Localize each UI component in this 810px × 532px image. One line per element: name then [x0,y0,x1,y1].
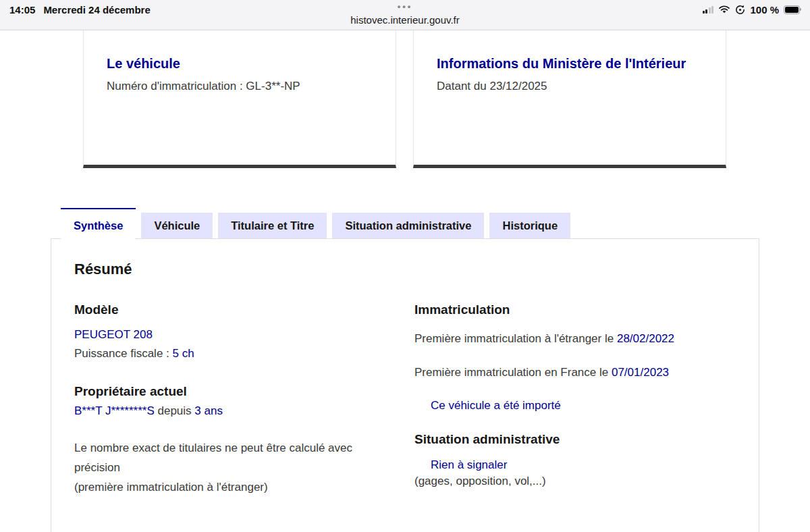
status-bar: 14:05 Mercredi 24 décembre ••• histovec.… [0,0,810,30]
vehicle-card-registration-number: Numéro d'immatriculation : GL-3**-NP [107,78,373,95]
owner-since-label: depuis [155,404,195,417]
vehicle-card: Le véhicule Numéro d'immatriculation : G… [83,30,396,168]
summary-left-column: Modèle PEUGEOT 208 Puissance fiscale : 5… [74,302,386,497]
model-name: PEUGEOT 208 [74,328,386,342]
administrative-situation-heading: Situation administrative [414,432,742,447]
owner-count-note-line1: Le nombre exact de titulaires ne peut êt… [74,438,386,477]
tab-historique[interactable]: Historique [489,213,570,238]
cellular-signal-icon [703,6,714,14]
registration-heading: Immatriculation [414,302,742,317]
rotation-lock-icon [735,5,745,15]
tab-vehicule[interactable]: Véhicule [141,213,213,238]
first-registration-france-line: Première immatriculation en France le 07… [414,364,742,381]
battery-percent-label: 100 % [750,4,779,16]
administrative-situation-note: (gages, opposition, vol,...) [414,473,742,490]
ministry-info-card-title: Informations du Ministère de l'Intérieur [437,53,703,74]
fiscal-power-value: 5 ch [173,347,194,360]
report-tabs: Synthèse Véhicule Titulaire et Titre Sit… [61,208,570,242]
fiscal-power-line: Puissance fiscale : 5 ch [74,345,386,363]
tab-overview-button[interactable]: ••• [0,3,810,11]
owner-since-value: 3 ans [194,404,223,417]
current-owner-heading: Propriétaire actuel [74,384,386,399]
current-owner-line: B***T J********S depuis 3 ans [74,402,386,420]
owner-masked-name: B***T J********S [74,404,155,417]
vehicle-imported-status: Ce véhicule a été importé [414,399,742,413]
fiscal-power-label: Puissance fiscale : [74,347,173,360]
first-registration-foreign-line: Première immatriculation à l'étranger le… [414,330,742,348]
model-heading: Modèle [74,302,386,317]
first-registration-france-date: 07/01/2023 [612,366,669,379]
summary-right-column: Immatriculation Première immatriculation… [414,302,742,490]
first-registration-foreign-label: Première immatriculation à l'étranger le [414,332,617,345]
synthese-panel: Résumé Modèle PEUGEOT 208 Puissance fisc… [51,238,759,532]
address-bar[interactable]: histovec.interieur.gouv.fr [0,14,810,26]
vehicle-card-title: Le véhicule [107,53,373,74]
administrative-situation-status: Rien à signaler [414,458,742,472]
wifi-icon [718,5,730,14]
ministry-info-card-date: Datant du 23/12/2025 [437,78,703,95]
tab-situation-administrative[interactable]: Situation administrative [332,213,484,238]
tab-synthese[interactable]: Synthèse [61,208,136,242]
owner-count-note-line2: (première immatriculation à l'étranger) [74,477,386,497]
tab-titulaire-et-titre[interactable]: Titulaire et Titre [218,213,327,238]
summary-heading: Résumé [74,261,132,278]
ministry-info-card: Informations du Ministère de l'Intérieur… [413,30,726,168]
owner-count-note: Le nombre exact de titulaires ne peut êt… [74,438,386,497]
first-registration-france-label: Première immatriculation en France le [414,366,612,379]
first-registration-foreign-date: 28/02/2022 [617,332,674,345]
battery-icon [784,5,802,14]
